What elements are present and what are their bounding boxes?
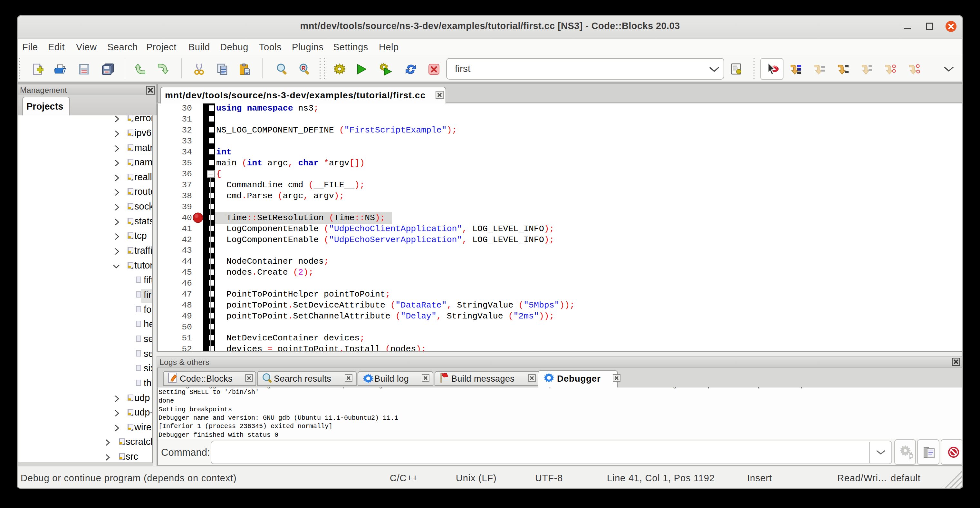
svg-text:R: R <box>302 65 305 71</box>
